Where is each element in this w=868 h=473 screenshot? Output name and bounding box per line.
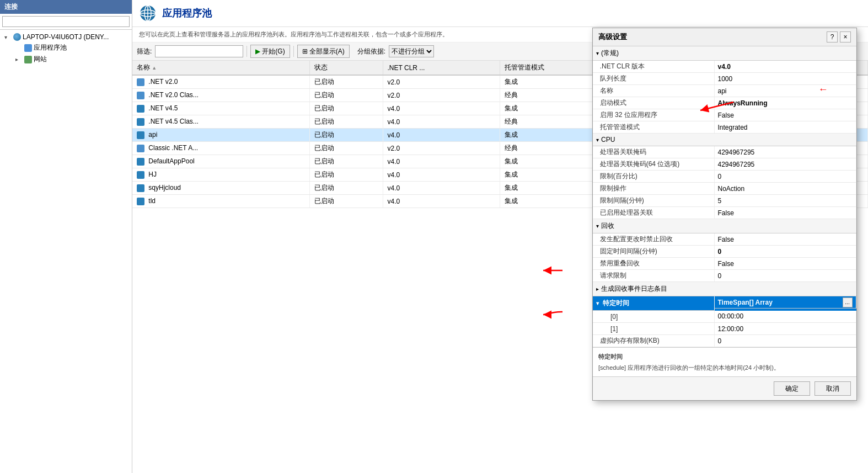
dialog-body[interactable]: ▾(常规) .NET CLR 版本 v4.0 队列长度 1000 名称 api …: [593, 46, 856, 347]
dialog-desc-text: [schedule] 应用程序池进行回收的一组特定的本地时间(24 小时制)。: [598, 363, 851, 373]
section-log-events[interactable]: ▸生成回收事件日志条目: [593, 282, 856, 296]
row-pool-icon: [137, 145, 144, 152]
table-cell-clr: v4.0: [383, 129, 500, 142]
dialog-footer: 确定 取消: [593, 376, 856, 400]
sort-arrow-name: ▲: [152, 65, 157, 71]
table-cell-name: .NET v2.0 Clas...: [132, 89, 309, 102]
prop-start-mode-value: AlwaysRunning: [714, 97, 856, 109]
table-cell-name: tld: [132, 195, 309, 208]
prop-32bit-value: False: [714, 109, 856, 121]
prop-disable-overlap-name: 禁用重叠回收: [593, 258, 714, 270]
specific-time-1-index: [1]: [593, 323, 714, 335]
properties-grid: ▾(常规) .NET CLR 版本 v4.0 队列长度 1000 名称 api …: [593, 46, 856, 347]
prop-queue-length-name: 队列长度: [593, 73, 714, 85]
section-cpu-label: CPU: [601, 136, 615, 144]
main-header: 应用程序池: [132, 0, 868, 27]
table-cell-clr: v4.0: [383, 195, 500, 208]
table-cell-name: api: [132, 129, 309, 142]
cancel-button[interactable]: 取消: [815, 381, 851, 396]
group-select[interactable]: 不进行分组: [389, 45, 434, 57]
sidebar: 连接 ▾ LAPTOP-V4IU6OTJ (DENY... 应用程序池 ▸ 网站: [0, 0, 132, 473]
row-pool-icon: [137, 105, 144, 113]
row-pool-icon: [137, 78, 144, 86]
prop-disable-recycle-config-name: 发生配置更改时禁止回收: [593, 233, 714, 246]
table-cell-name: .NET v4.5: [132, 102, 309, 115]
prop-request-limit: 请求限制 0: [593, 270, 856, 282]
advanced-settings-dialog: 高级设置 ? × ▾(常规) .NET CLR 版本 v4.0 队列长度 100…: [592, 28, 857, 401]
table-cell-status: 已启动: [309, 182, 383, 195]
prop-limit-pct-value: 0: [714, 171, 856, 183]
start-button[interactable]: ▶ 开始(G): [250, 45, 290, 58]
prop-pipeline: 托管管道模式 Integrated: [593, 121, 856, 134]
section-general-label: (常规): [601, 49, 619, 57]
col-status[interactable]: 状态: [309, 61, 383, 75]
toolbar-sep1: [247, 46, 247, 57]
main-header-icon: [139, 4, 157, 22]
prop-start-mode-name: 启动模式: [593, 97, 714, 109]
specific-time-index-1: [1] 12:00:00: [593, 323, 856, 335]
table-cell-clr: v4.0: [383, 155, 500, 168]
table-cell-status: 已启动: [309, 129, 383, 142]
table-cell-status: 已启动: [309, 142, 383, 155]
prop-clr-version-value: v4.0: [714, 61, 856, 73]
prop-limit-action-value: NoAction: [714, 183, 856, 195]
prop-32bit: 启用 32 位应用程序 False: [593, 109, 856, 121]
section-recycle[interactable]: ▾回收: [593, 219, 856, 233]
section-cpu-arrow: ▾: [596, 137, 599, 143]
filter-label: 筛选:: [137, 47, 152, 56]
prop-limit-interval-name: 限制间隔(分钟): [593, 195, 714, 207]
dialog-description-area: 特定时间 [schedule] 应用程序池进行回收的一组特定的本地时间(24 小…: [593, 347, 856, 376]
prop-queue-length: 队列长度 1000: [593, 73, 856, 85]
prop-virtual-memory-value: 0: [714, 335, 856, 347]
sidebar-search-input[interactable]: [2, 16, 130, 27]
specific-time-ellipsis-btn[interactable]: ...: [843, 297, 853, 307]
prop-clr-version: .NET CLR 版本 v4.0: [593, 61, 856, 73]
sidebar-item-label: LAPTOP-V4IU6OTJ (DENY...: [23, 33, 109, 41]
section-general[interactable]: ▾(常规): [593, 46, 856, 61]
table-cell-clr: v2.0: [383, 142, 500, 155]
table-cell-status: 已启动: [309, 115, 383, 129]
table-cell-name: HJ: [132, 168, 309, 182]
dialog-title: 高级设置: [598, 32, 627, 42]
table-cell-status: 已启动: [309, 155, 383, 168]
section-log-events-arrow: ▸: [596, 286, 599, 292]
sidebar-item-apppool[interactable]: 应用程序池: [13, 42, 130, 54]
table-cell-name: sqyHjcloud: [132, 182, 309, 195]
show-all-label: 全部显示(A): [309, 47, 345, 56]
table-cell-status: 已启动: [309, 89, 383, 102]
sidebar-website-label: 网站: [34, 55, 47, 64]
prop-limit-interval-value: 5: [714, 195, 856, 207]
section-specific-time[interactable]: ▾ 特定时间 TimeSpan[] Array ...: [593, 296, 856, 311]
col-name[interactable]: 名称 ▲: [132, 61, 309, 75]
table-cell-clr: v4.0: [383, 168, 500, 182]
sidebar-item-website[interactable]: ▸ 网站: [13, 54, 130, 65]
sidebar-item-server[interactable]: ▾ LAPTOP-V4IU6OTJ (DENY...: [2, 32, 130, 42]
table-cell-name: DefaultAppPool: [132, 155, 309, 168]
ok-button[interactable]: 确定: [774, 381, 810, 396]
show-all-button[interactable]: ⊞ 全部显示(A): [297, 45, 350, 58]
table-cell-status: 已启动: [309, 75, 383, 89]
prop-limit-pct-name: 限制(百分比): [593, 171, 714, 183]
specific-time-value: TimeSpan[] Array: [718, 299, 773, 306]
prop-disable-overlap-value: False: [714, 258, 856, 270]
dialog-close-button[interactable]: ×: [840, 31, 851, 42]
prop-disable-recycle-config-value: False: [714, 233, 856, 246]
sidebar-header: 连接: [0, 0, 132, 14]
prop-virtual-memory-name: 虚拟内存有限制(KB): [593, 335, 714, 347]
table-cell-name: Classic .NET A...: [132, 142, 309, 155]
dialog-help-button[interactable]: ?: [827, 31, 838, 42]
table-cell-status: 已启动: [309, 168, 383, 182]
row-pool-icon: [137, 171, 144, 179]
server-icon: [13, 33, 21, 41]
table-cell-clr: v2.0: [383, 75, 500, 89]
row-pool-icon: [137, 184, 144, 192]
prop-limit-interval: 限制间隔(分钟) 5: [593, 195, 856, 207]
prop-affinity-enabled-value: False: [714, 207, 856, 219]
dialog-controls: ? ×: [827, 31, 851, 42]
section-cpu[interactable]: ▾CPU: [593, 134, 856, 146]
filter-input[interactable]: [155, 45, 243, 57]
prop-affinity-mask-name: 处理器关联掩码: [593, 146, 714, 158]
website-icon: [24, 56, 32, 63]
table-cell-name: .NET v4.5 Clas...: [132, 115, 309, 129]
col-clr[interactable]: .NET CLR ...: [383, 61, 500, 75]
